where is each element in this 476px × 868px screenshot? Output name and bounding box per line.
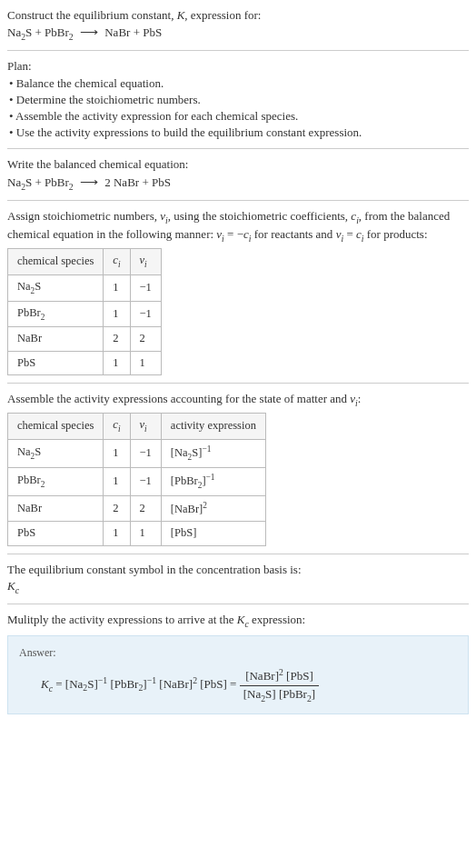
assign-text: Assign stoichiometric numbers, νi, using… <box>7 208 469 244</box>
problem-statement: Construct the equilibrium constant, K, e… <box>7 7 469 43</box>
balanced-section: Write the balanced chemical equation: Na… <box>7 156 469 192</box>
divider <box>7 604 469 604</box>
divider <box>7 148 469 149</box>
plan-item: • Use the activity expressions to build … <box>7 125 469 141</box>
col-header: chemical species <box>8 249 104 275</box>
answer-label: Answer: <box>19 645 457 661</box>
cell: 2 <box>104 327 130 352</box>
table-row: NaBr22[NaBr]2 <box>8 495 266 522</box>
plan-header: Plan: <box>7 58 469 75</box>
cell: [Na2S]−1 <box>161 439 265 467</box>
cell: [NaBr]2 <box>161 495 265 522</box>
col-header: chemical species <box>8 414 104 440</box>
activity-section: Assemble the activity expressions accoun… <box>7 391 469 546</box>
plan-section: Plan: • Balance the chemical equation. •… <box>7 58 469 141</box>
cell: 1 <box>104 351 130 375</box>
cell: [PbBr2]−1 <box>161 467 265 495</box>
cell: 1 <box>104 522 130 546</box>
table-row: PbBr21−1 <box>8 301 162 327</box>
stoich-table: chemical species ci νi Na2S1−1 PbBr21−1 … <box>7 248 162 375</box>
divider <box>7 554 469 554</box>
col-header: ci <box>104 249 130 275</box>
plan-item: • Balance the chemical equation. <box>7 75 469 92</box>
cell: 1 <box>104 301 130 327</box>
multiply-text: Mulitply the activity expressions to arr… <box>7 612 469 630</box>
cell: 2 <box>130 495 161 522</box>
col-header: νi <box>130 249 161 275</box>
answer-expression: Kc = [Na2S]−1 [PbBr2]−1 [NaBr]2 [PbS] = … <box>19 666 457 704</box>
cell: 1 <box>104 439 130 467</box>
activity-table: chemical species ci νi activity expressi… <box>7 413 266 545</box>
cell: PbS <box>8 522 104 546</box>
kc-symbol-section: The equilibrium constant symbol in the c… <box>7 562 469 596</box>
table-row: Na2S1−1[Na2S]−1 <box>8 439 266 467</box>
cell: PbS <box>8 351 104 375</box>
assemble-text: Assemble the activity expressions accoun… <box>7 391 469 409</box>
cell: −1 <box>130 439 161 467</box>
col-header: activity expression <box>161 414 265 440</box>
fraction: [NaBr]2 [PbS] [Na2S] [PbBr2] <box>240 666 319 704</box>
balanced-equation: Na2S + PbBr2 ⟶ 2 NaBr + PbS <box>7 174 469 193</box>
kc-text: The equilibrium constant symbol in the c… <box>7 562 469 578</box>
col-header: ci <box>104 414 130 440</box>
answer-box: Answer: Kc = [Na2S]−1 [PbBr2]−1 [NaBr]2 … <box>7 635 469 714</box>
cell: −1 <box>130 301 161 327</box>
divider <box>7 50 469 51</box>
plan-item: • Determine the stoichiometric numbers. <box>7 92 469 108</box>
table-row: Na2S1−1 <box>8 274 162 301</box>
plan-item: • Assemble the activity expression for e… <box>7 108 469 125</box>
unbalanced-equation: Na2S + PbBr2 ⟶ NaBr + PbS <box>7 24 469 43</box>
table-row: NaBr22 <box>8 327 162 352</box>
table-row: PbS11 <box>8 351 162 375</box>
multiply-section: Mulitply the activity expressions to arr… <box>7 612 469 714</box>
cell: Na2S <box>8 274 104 301</box>
divider <box>7 200 469 201</box>
cell: −1 <box>130 274 161 301</box>
col-header: νi <box>130 414 161 440</box>
cell: [PbS] <box>161 522 265 546</box>
denominator: [Na2S] [PbBr2] <box>240 686 319 704</box>
stoich-assign-section: Assign stoichiometric numbers, νi, using… <box>7 208 469 375</box>
kc-symbol: Kc <box>7 578 469 596</box>
cell: 1 <box>104 274 130 301</box>
balanced-header: Write the balanced chemical equation: <box>7 156 469 173</box>
numerator: [NaBr]2 [PbS] <box>240 666 319 686</box>
cell: Na2S <box>8 439 104 467</box>
cell: 2 <box>130 327 161 352</box>
cell: 1 <box>104 467 130 495</box>
cell: 1 <box>130 522 161 546</box>
table-row: PbBr21−1[PbBr2]−1 <box>8 467 266 495</box>
cell: −1 <box>130 467 161 495</box>
cell: PbBr2 <box>8 301 104 327</box>
cell: PbBr2 <box>8 467 104 495</box>
cell: NaBr <box>8 495 104 522</box>
cell: NaBr <box>8 327 104 352</box>
divider <box>7 383 469 384</box>
cell: 1 <box>130 351 161 375</box>
title-text: Construct the equilibrium constant, K, e… <box>7 7 469 24</box>
table-row: PbS11[PbS] <box>8 522 266 546</box>
cell: 2 <box>104 495 130 522</box>
